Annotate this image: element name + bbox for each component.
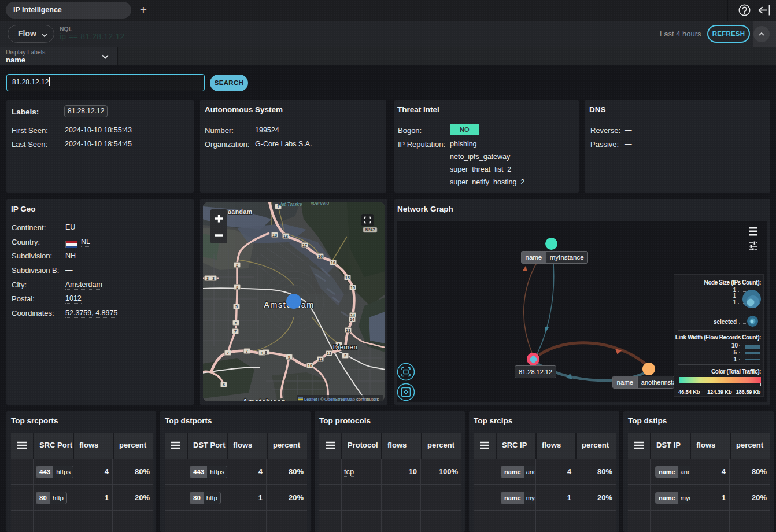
svg-text:5: 5	[235, 305, 238, 309]
svg-text:Diemen: Diemen	[333, 343, 358, 350]
svg-text:6: 6	[223, 383, 225, 387]
svg-text:OpenStreetMap: OpenStreetMap	[324, 397, 355, 402]
svg-text:16: 16	[331, 261, 335, 265]
svg-text:8: 8	[265, 350, 267, 354]
svg-text:7: 7	[227, 351, 229, 355]
svg-text:6: 6	[235, 321, 237, 325]
svg-text:15: 15	[350, 286, 355, 290]
svg-text:18: 18	[283, 234, 288, 238]
svg-text:12: 12	[327, 352, 331, 356]
svg-text:aandam: aandam	[228, 208, 253, 215]
svg-text:3: 3	[212, 276, 215, 280]
svg-text:10: 10	[308, 364, 312, 368]
svg-text:9: 9	[288, 355, 290, 359]
svg-text:Leaflet: Leaflet	[304, 397, 317, 402]
svg-text:contributors: contributors	[356, 397, 379, 402]
svg-text:Ilperveld: Ilperveld	[311, 202, 329, 206]
svg-text:3: 3	[206, 276, 209, 280]
svg-text:2: 2	[344, 354, 346, 358]
svg-text:Het Twiske: Het Twiske	[278, 202, 302, 207]
svg-text:7: 7	[234, 330, 237, 334]
svg-text:11: 11	[318, 357, 323, 361]
svg-text:18: 18	[272, 233, 277, 237]
svg-text:17: 17	[302, 243, 307, 247]
svg-text:7: 7	[246, 349, 248, 353]
svg-text:16: 16	[318, 254, 323, 258]
svg-text:13: 13	[346, 328, 350, 332]
svg-text:N247: N247	[365, 228, 375, 232]
svg-text:15: 15	[345, 276, 350, 280]
svg-text:3: 3	[236, 285, 238, 289]
svg-text:14: 14	[350, 317, 354, 322]
svg-text:| ©: | ©	[318, 397, 324, 402]
svg-text:Amstelveen: Amstelveen	[242, 398, 286, 401]
svg-text:2: 2	[236, 263, 238, 267]
